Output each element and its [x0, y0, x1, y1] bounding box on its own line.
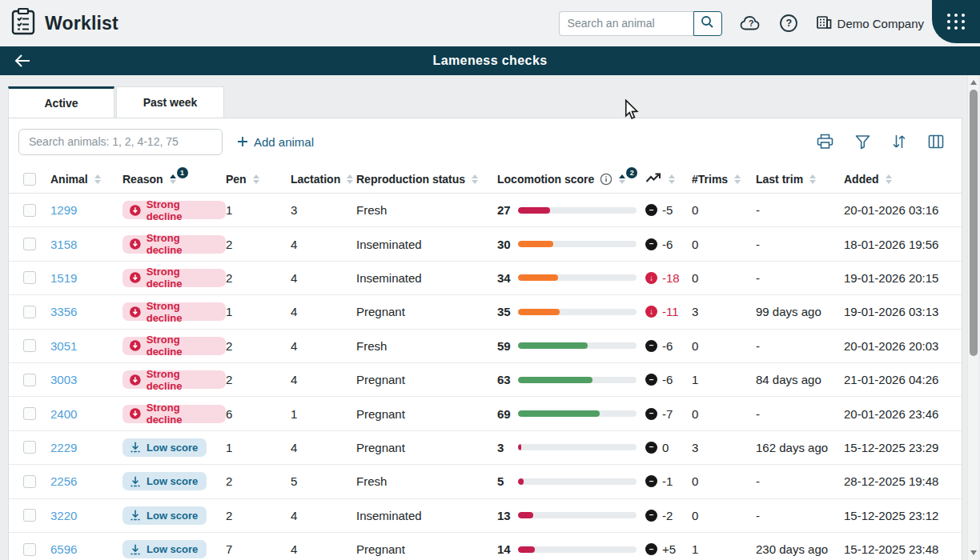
table-row[interactable]: 3051 Strong decline 2 4 Fresh 59 -6 0 - … — [9, 330, 962, 363]
animal-link[interactable]: 1299 — [50, 203, 77, 217]
back-button[interactable] — [11, 50, 34, 72]
filter-button[interactable] — [855, 134, 870, 150]
company-selector[interactable]: Demo Company — [816, 15, 924, 32]
reason-label: Strong decline — [147, 232, 217, 256]
trend-icon — [645, 510, 657, 522]
scroll-up-button[interactable] — [968, 77, 979, 88]
table-controls: Add animal — [9, 128, 962, 155]
animal-link[interactable]: 2229 — [50, 441, 77, 454]
animal-search-input[interactable] — [559, 11, 693, 36]
search-button[interactable] — [693, 11, 722, 36]
animal-link[interactable]: 3051 — [50, 339, 77, 353]
columns-button[interactable] — [928, 134, 944, 149]
locomotion-score: 63 — [497, 373, 518, 386]
column-header-added[interactable]: Added — [844, 173, 879, 186]
column-header-lactation[interactable]: Lactation — [291, 173, 340, 186]
vertical-scrollbar[interactable] — [967, 75, 978, 560]
locomotion-bar-fill — [518, 546, 535, 553]
column-header-pen[interactable]: Pen — [226, 173, 247, 186]
trend-value: -1 — [662, 474, 673, 488]
sort-trims-icon[interactable] — [734, 174, 741, 184]
scroll-down-button[interactable] — [968, 547, 979, 558]
table-row[interactable]: 3356 Strong decline 1 4 Pregnant 35 -11 … — [9, 295, 962, 329]
scrollbar-thumb[interactable] — [970, 90, 978, 356]
locomotion-score: 34 — [497, 271, 518, 285]
table-row[interactable]: 1299 Strong decline 1 3 Fresh 27 -5 0 - … — [9, 194, 962, 227]
table-row[interactable]: 3003 Strong decline 2 4 Pregnant 63 -6 1… — [9, 363, 962, 397]
row-checkbox[interactable] — [23, 543, 36, 556]
table-row[interactable]: 6596 Low score 7 4 Pregnant 14 +5 1 230 … — [9, 533, 962, 560]
add-animal-button[interactable]: Add animal — [237, 135, 314, 149]
locomotion-bar-fill — [518, 478, 524, 485]
column-header-reproduction-status[interactable]: Reproduction status — [356, 173, 465, 186]
animal-link[interactable]: 3158 — [50, 238, 77, 251]
animal-link[interactable]: 2256 — [50, 474, 77, 488]
sort-trend-icon[interactable] — [669, 174, 675, 184]
strong-decline-icon — [130, 306, 141, 318]
sort-pen-icon[interactable] — [253, 174, 259, 184]
trims-value: 1 — [692, 373, 756, 386]
pen-value: 6 — [226, 407, 291, 421]
sort-last-trim-icon[interactable] — [809, 174, 816, 184]
tab-past-week[interactable]: Past week — [116, 86, 224, 118]
animal-search — [559, 11, 722, 36]
column-header-trims[interactable]: #Trims — [692, 173, 728, 186]
sort-button[interactable] — [892, 134, 906, 150]
row-checkbox[interactable] — [23, 441, 36, 454]
column-header-last-trim[interactable]: Last trim — [756, 173, 803, 186]
row-checkbox[interactable] — [23, 306, 36, 318]
table-row[interactable]: 2256 Low score 2 5 Fresh 5 -1 0 - 28-12-… — [9, 465, 962, 498]
trims-value: 0 — [692, 407, 756, 421]
column-header-reason[interactable]: Reason — [122, 173, 163, 186]
animal-link[interactable]: 3356 — [50, 305, 77, 318]
row-checkbox[interactable] — [23, 374, 36, 386]
animal-link[interactable]: 6596 — [50, 542, 77, 556]
trims-value: 0 — [692, 509, 756, 522]
svg-text:?: ? — [785, 18, 792, 29]
worklist-card: Add animal Animal Reason1 Pen Lactation … — [8, 118, 962, 560]
sort-animal-icon[interactable] — [94, 174, 101, 184]
animal-link[interactable]: 3003 — [50, 373, 77, 386]
row-checkbox[interactable] — [23, 339, 36, 352]
animal-link[interactable]: 2400 — [50, 407, 77, 421]
table-row[interactable]: 3220 Low score 2 4 Inseminated 13 -2 0 -… — [9, 499, 962, 533]
column-header-animal[interactable]: Animal — [50, 173, 88, 186]
table-row[interactable]: 2400 Strong decline 6 1 Pregnant 69 -7 0… — [9, 397, 962, 430]
column-header-locomotion-score[interactable]: Locomotion score — [497, 173, 594, 186]
last-trim-value: - — [756, 407, 844, 421]
row-checkbox[interactable] — [23, 509, 36, 522]
tab-active[interactable]: Active — [8, 86, 114, 118]
app-grid-button[interactable] — [932, 0, 980, 43]
sort-reason-icon[interactable]: 1 — [170, 174, 176, 184]
cloud-help-icon[interactable]: ? — [740, 14, 761, 32]
sort-locomotion-icon[interactable]: 2 — [619, 174, 625, 184]
animal-link[interactable]: 1519 — [50, 271, 77, 285]
animal-link[interactable]: 3220 — [50, 509, 77, 522]
table-row[interactable]: 1519 Strong decline 2 4 Inseminated 34 -… — [9, 262, 962, 295]
sort-icon — [892, 134, 906, 150]
locomotion-bar — [518, 478, 637, 485]
sort-lactation-icon[interactable] — [347, 174, 353, 184]
select-all-checkbox[interactable] — [23, 173, 36, 186]
worklist-clipboard-icon — [11, 8, 35, 38]
locomotion-info-icon[interactable] — [600, 173, 612, 186]
row-checkbox[interactable] — [23, 204, 36, 217]
help-icon[interactable]: ? — [779, 14, 798, 33]
row-checkbox[interactable] — [23, 271, 36, 284]
row-checkbox[interactable] — [23, 475, 36, 488]
table-row[interactable]: 2229 Low score 1 4 Pregnant 3 0 3 162 da… — [9, 431, 962, 465]
table-row[interactable]: 3158 Strong decline 2 4 Inseminated 30 -… — [9, 227, 962, 261]
reason-label: Strong decline — [147, 334, 217, 358]
tab-past-week-label: Past week — [143, 96, 198, 109]
reproduction-status: Pregnant — [356, 542, 497, 556]
row-checkbox[interactable] — [23, 407, 36, 420]
sort-reproduction-icon[interactable] — [472, 174, 478, 184]
table-body: 1299 Strong decline 1 3 Fresh 27 -5 0 - … — [9, 194, 962, 560]
reason-label: Low score — [147, 475, 198, 487]
print-button[interactable] — [817, 134, 833, 150]
trims-value: 0 — [692, 203, 756, 217]
animals-filter-input[interactable] — [18, 129, 223, 155]
row-checkbox[interactable] — [23, 238, 36, 250]
sort-added-icon[interactable] — [886, 174, 892, 184]
lactation-value: 3 — [291, 203, 356, 217]
